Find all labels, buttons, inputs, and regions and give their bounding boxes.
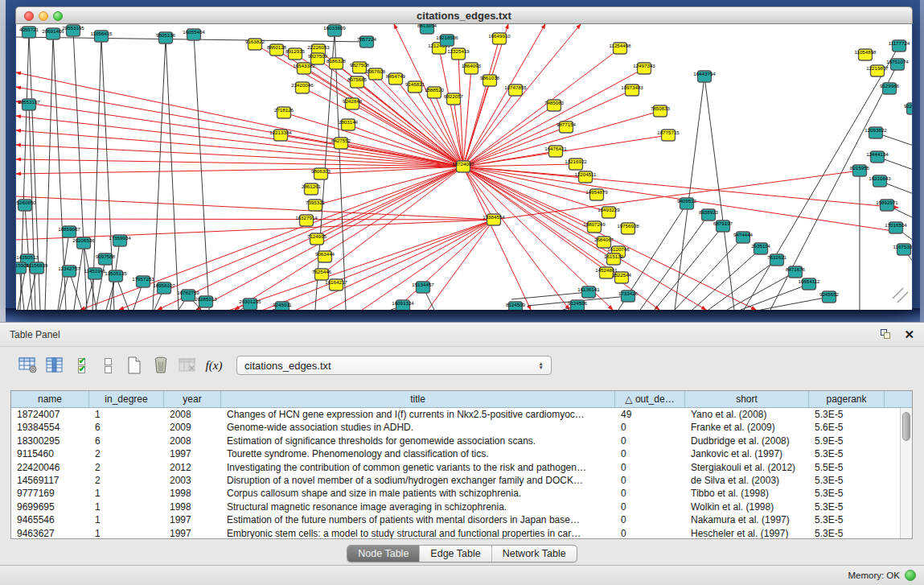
column-header[interactable]: pagerank: [809, 391, 885, 407]
column-header[interactable]: year: [164, 391, 221, 407]
table-row[interactable]: 969969511998Structural magnetic resonanc…: [11, 501, 912, 513]
function-builder-icon[interactable]: f(x): [202, 354, 226, 377]
graph-node[interactable]: 11054898: [854, 49, 877, 61]
graph-node[interactable]: 9245011: [273, 302, 292, 311]
memory-status-indicator[interactable]: [905, 570, 916, 581]
graph-node[interactable]: 12444134: [866, 151, 889, 163]
new-table-icon[interactable]: [122, 354, 146, 377]
graph-node[interactable]: 7124995: [307, 233, 327, 245]
graph-node[interactable]: 12093822: [864, 127, 887, 139]
graph-node[interactable]: 15493229: [598, 207, 620, 219]
graph-node[interactable]: 11675309: [893, 244, 912, 256]
graph-node[interactable]: 10654112: [798, 278, 820, 290]
graph-node[interactable]: 16210643: [869, 175, 891, 187]
graph-node[interactable]: 17016504: [885, 222, 907, 234]
column-header[interactable]: in_degree: [89, 391, 164, 407]
graph-node[interactable]: 12219877: [866, 65, 889, 77]
table-select-dropdown[interactable]: citations_edges.txt ▲▼: [236, 356, 552, 375]
tab-network-table[interactable]: Network Table: [492, 546, 577, 562]
graph-node[interactable]: 17359934: [109, 235, 131, 247]
graph-node[interactable]: 20285013: [195, 296, 217, 308]
show-columns-icon[interactable]: [43, 354, 67, 377]
graph-node[interactable]: 9097588: [96, 253, 116, 266]
graph-node[interactable]: 9063444: [315, 251, 335, 263]
column-header[interactable]: name: [11, 391, 89, 407]
column-header[interactable]: △ out_de…: [615, 391, 685, 407]
graph-node[interactable]: 2803144: [339, 119, 359, 131]
graph-node[interactable]: 8186328: [326, 58, 347, 70]
table-row[interactable]: 1938455462009Genome-wide association stu…: [11, 421, 912, 434]
resize-grip[interactable]: [893, 288, 908, 303]
graph-node[interactable]: 9806303: [311, 168, 331, 180]
tab-edge-table[interactable]: Edge Table: [420, 546, 491, 562]
network-canvas[interactable]: 1872400791638228860128891293522226053982…: [16, 24, 912, 310]
graph-node[interactable]: 2861261: [302, 183, 322, 196]
graph-node[interactable]: 1864093: [462, 63, 482, 75]
zoom-window-button[interactable]: [53, 11, 63, 21]
graph-node[interactable]: 16055404: [183, 29, 205, 41]
graph-node[interactable]: 7485083: [544, 100, 565, 112]
table-row[interactable]: 1872400712008Changes of HCN gene express…: [11, 408, 912, 421]
graph-node[interactable]: 9245652: [819, 291, 840, 303]
graph-node[interactable]: 9129966: [880, 83, 900, 95]
graph-node[interactable]: 6822057: [444, 93, 464, 105]
graph-node[interactable]: 9146821: [405, 81, 425, 93]
graph-node[interactable]: 12342757: [58, 266, 80, 278]
graph-node[interactable]: 15751074: [886, 59, 909, 71]
graph-node[interactable]: 18859067: [58, 226, 80, 238]
graph-node[interactable]: 8938923: [699, 209, 719, 221]
graph-node[interactable]: 19756928: [617, 223, 639, 235]
graph-node[interactable]: 9163822: [245, 39, 265, 51]
graph-node[interactable]: 16649910: [488, 33, 511, 45]
close-window-button[interactable]: [24, 11, 34, 21]
graph-node[interactable]: 8860128: [267, 44, 287, 56]
table-row[interactable]: 1456911722003Disruption of a novel membe…: [11, 474, 912, 487]
graph-node[interactable]: 8912935: [285, 48, 306, 60]
table-mode-icon[interactable]: [16, 354, 40, 377]
graph-node[interactable]: 7857224: [357, 36, 377, 48]
graph-node[interactable]: 2718126: [274, 107, 294, 119]
graph-node[interactable]: 20301295: [239, 299, 261, 311]
graph-node[interactable]: 14954879: [585, 189, 608, 201]
column-header[interactable]: short: [685, 391, 809, 407]
graph-node[interactable]: 2935114: [751, 243, 770, 255]
table-row[interactable]: 2242004622012Investigating the contribut…: [11, 461, 912, 474]
float-panel-icon[interactable]: [880, 328, 893, 341]
graph-node[interactable]: 8975685: [347, 76, 368, 89]
table-row[interactable]: 946554611997Estimation of the future num…: [11, 513, 912, 526]
table-row[interactable]: 977716911998Corpus callosum shape and si…: [11, 487, 912, 500]
graph-node[interactable]: 12204511: [574, 171, 597, 183]
graph-node[interactable]: 18775715: [657, 130, 680, 142]
graph-node[interactable]: 4055721: [19, 27, 39, 39]
delete-columns-icon[interactable]: [149, 354, 173, 377]
graph-node[interactable]: 11254498: [609, 43, 631, 55]
graph-node[interactable]: 8813054: [417, 24, 437, 34]
graph-node[interactable]: 8427552: [331, 138, 351, 150]
graph-node[interactable]: 7850833: [651, 105, 671, 117]
graph-node[interactable]: 8471676: [786, 266, 806, 278]
minimize-window-button[interactable]: [39, 11, 48, 21]
table-scrollbar[interactable]: [900, 408, 912, 538]
table-scrollbar-thumb[interactable]: [902, 412, 910, 441]
graph-node[interactable]: 9242848: [343, 98, 363, 110]
deselect-all-icon[interactable]: [96, 354, 120, 377]
graph-node[interactable]: 2522544: [612, 272, 632, 284]
graph-node[interactable]: 7395321: [306, 200, 326, 212]
graph-node[interactable]: 17957253: [132, 276, 154, 288]
graph-node[interactable]: 9861038: [480, 75, 500, 87]
graph-node[interactable]: 9124506: [568, 300, 588, 311]
graph-node[interactable]: 9409512: [677, 198, 697, 210]
graph-node[interactable]: 16136141: [577, 286, 600, 299]
graph-node[interactable]: 8454749: [386, 73, 406, 85]
select-all-icon[interactable]: ✔✔: [69, 354, 93, 377]
graph-node[interactable]: 2967608: [366, 68, 386, 80]
tab-node-table[interactable]: Node Table: [347, 546, 420, 562]
graph-node[interactable]: 7632621: [767, 254, 787, 266]
graph-node[interactable]: 20553195: [62, 25, 84, 37]
graph-node[interactable]: 6879197: [713, 220, 733, 233]
graph-node[interactable]: 9227441: [904, 103, 912, 115]
graph-node[interactable]: 20206536: [72, 237, 95, 249]
graph-node[interactable]: 16327914: [295, 215, 318, 227]
table-row[interactable]: 946362711997Embryonic stem cells: a mode…: [11, 527, 912, 539]
graph-node[interactable]: 9474444: [733, 232, 754, 244]
